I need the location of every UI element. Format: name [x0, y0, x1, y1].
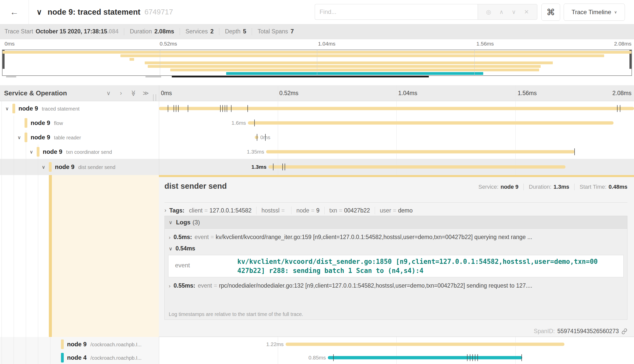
span-duration-bar[interactable] — [328, 356, 522, 359]
expand-all-icon[interactable]: ≫ — [141, 85, 150, 101]
logs-count: (3) — [193, 219, 200, 226]
minimap-gridline — [474, 50, 475, 75]
span-service-name: node 9 — [18, 105, 38, 112]
minimap-axis-label: 2.08ms — [614, 41, 631, 47]
span-log-tick — [265, 134, 266, 141]
row-service-color-bar — [12, 104, 15, 113]
summary-item: Total Spans7 — [258, 28, 294, 35]
row-collapse-icon[interactable]: ∨ — [16, 134, 23, 140]
span-row[interactable]: ∨node 9traced statement — [0, 101, 634, 116]
view-selector-button[interactable]: Trace Timeline ∨ — [564, 4, 625, 21]
tag-key: user — [380, 207, 391, 214]
span-log-tick — [620, 105, 620, 112]
span-log-tick — [174, 105, 174, 112]
minimap-axis-label: 1.56ms — [476, 41, 494, 47]
span-duration-bar[interactable] — [159, 107, 634, 110]
minimap-scrollbar[interactable] — [172, 76, 429, 77]
chevron-right-icon: › — [169, 283, 171, 289]
span-duration-bar[interactable] — [266, 150, 575, 153]
summary-item: Services2 — [185, 28, 214, 35]
timeline-tick-label: 1.04ms — [398, 85, 417, 101]
span-row[interactable]: node 9/cockroach.roachpb.I...1.22ms — [0, 337, 634, 351]
minimap-canvas[interactable] — [2, 50, 632, 76]
log-entry-collapsed[interactable]: ›0.5ms:event=kv/kvclient/kvcoord/range_i… — [165, 229, 627, 241]
span-row[interactable]: ∨node 9txn coordinator send1.35ms — [0, 144, 634, 159]
column-resize-handle[interactable] — [153, 94, 156, 101]
span-row[interactable]: node 4/cockroach.roachpb.I...0.85ms — [0, 351, 634, 364]
timeline-tick-label: 0.52ms — [279, 85, 298, 101]
chevron-right-icon: › — [164, 207, 166, 214]
span-operation-name: /cockroach.roachpb.I... — [90, 342, 141, 347]
span-log-tick — [273, 164, 273, 170]
minimap-axis-label: 1.04ms — [318, 41, 335, 47]
span-log-tick — [227, 105, 227, 112]
row-collapse-icon[interactable]: ∨ — [28, 149, 35, 155]
span-duration-bar[interactable] — [248, 121, 614, 124]
tag-equals: = — [339, 207, 342, 214]
row-service-color-bar — [37, 147, 39, 157]
log-entry-collapsed[interactable]: ›0.55ms:event=rpc/nodedialer/nodedialer.… — [165, 277, 627, 289]
timeline-tick-label: 1.56ms — [518, 85, 537, 101]
keyboard-shortcuts-button[interactable]: ⌘ — [541, 4, 560, 21]
log-field-value: kv/kvclient/kvcoord/dist_sender.go:1850 … — [237, 257, 599, 275]
stat-label: Duration: — [529, 184, 551, 190]
summary-separator — [252, 28, 252, 35]
log-equals: = — [214, 282, 217, 289]
chevron-down-icon: ∨ — [614, 10, 617, 14]
link-icon[interactable] — [621, 328, 627, 334]
span-detail-title: dist sender send — [164, 182, 227, 191]
tags-row[interactable]: › Tags: client=127.0.0.1:54582hostssl=no… — [164, 205, 413, 216]
span-duration-bar[interactable] — [286, 342, 564, 346]
find-input[interactable] — [315, 4, 478, 20]
log-entry-expanded-header[interactable]: ∨0.54ms — [165, 241, 627, 252]
summary-item: Trace StartOctober 15 2020, 17:38:15.084 — [5, 28, 118, 35]
summary-item-label: Depth — [225, 28, 240, 35]
span-operation-name: traced statement — [42, 106, 79, 112]
span-duration-label: 1.6ms — [193, 120, 246, 126]
log-field-name: event — [198, 282, 212, 289]
top-bar: ← ∨ node 9: traced statement 6749717 ◎∧∨… — [0, 0, 634, 24]
span-service-name: node 9 — [31, 119, 50, 126]
span-log-tick — [254, 119, 255, 126]
row-service-color-bar — [61, 339, 64, 349]
span-service-name: node 9 — [67, 341, 87, 348]
span-log-tick — [617, 105, 618, 112]
logs-title: Logs — [176, 219, 191, 226]
span-row[interactable]: ∨node 9table reader0ms — [0, 130, 634, 144]
clear-search-icon[interactable]: ✕ — [524, 9, 529, 15]
span-operation-name: table reader — [54, 135, 81, 140]
locate-icon[interactable]: ◎ — [486, 9, 491, 15]
trace-collapse-toggle[interactable]: ∨ — [34, 0, 45, 24]
tag-key: client — [189, 207, 203, 214]
span-service-name: node 9 — [55, 163, 74, 170]
minimap-span-bar — [120, 54, 604, 57]
collapse-all-icon[interactable]: ≫ — [125, 89, 141, 98]
span-row[interactable]: ∨node 9dist sender send1.3ms — [0, 159, 634, 175]
timeline-tick-label: 0ms — [161, 85, 172, 101]
tag-separator — [291, 207, 291, 214]
row-service-color-bar — [25, 133, 27, 142]
expand-one-icon[interactable]: › — [117, 85, 125, 101]
logs-header[interactable]: ∨ Logs (3) — [165, 216, 627, 229]
span-duration-bar[interactable] — [268, 165, 565, 169]
row-collapse-icon[interactable]: ∨ — [4, 105, 10, 111]
trace-timeline-app: ← ∨ node 9: traced statement 6749717 ◎∧∨… — [0, 0, 634, 364]
span-log-tick — [470, 354, 470, 361]
trace-minimap: 0ms0.52ms1.04ms1.56ms2.08ms — [0, 39, 634, 78]
span-duration-bar[interactable] — [255, 136, 258, 139]
span-log-tick — [247, 105, 248, 112]
row-collapse-icon[interactable]: ∨ — [40, 164, 47, 170]
tag-item: user=demo — [380, 207, 413, 214]
log-message: rpc/nodedialer/nodedialer.go:132 [n9,cli… — [219, 282, 532, 289]
next-result-icon[interactable]: ∨ — [512, 9, 516, 15]
prev-result-icon[interactable]: ∧ — [499, 9, 503, 15]
back-button[interactable]: ← — [0, 0, 29, 24]
span-service-name: node 9 — [31, 134, 50, 141]
span-operation-name: flow — [54, 120, 63, 126]
span-operation-name: dist sender send — [78, 164, 115, 170]
row-names: node 4/cockroach.roachpb.I... — [67, 354, 142, 361]
span-log-tick — [477, 354, 478, 361]
summary-item: Duration2.08ms — [130, 28, 174, 35]
span-row[interactable]: node 9flow1.6ms — [0, 116, 634, 130]
collapse-one-icon[interactable]: ∨ — [104, 85, 113, 101]
